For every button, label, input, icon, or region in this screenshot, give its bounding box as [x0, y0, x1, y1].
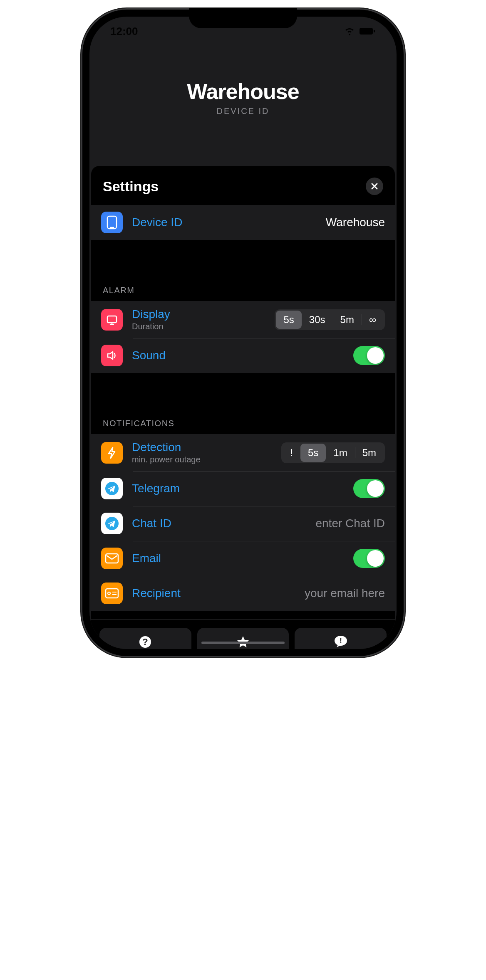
telegram-chat-icon — [101, 513, 123, 534]
telegram-label: Telegram — [132, 482, 344, 495]
segment-option[interactable]: 5m — [355, 444, 384, 462]
svg-rect-4 — [107, 316, 117, 323]
row-email: Email — [91, 541, 395, 576]
row-device-id[interactable]: Device ID Warehouse — [91, 205, 395, 240]
email-toggle[interactable] — [353, 549, 385, 568]
device-icon — [101, 212, 123, 233]
display-sub: Duration — [132, 322, 265, 331]
device-id-label: Device ID — [132, 216, 317, 229]
segment-option[interactable]: ∞ — [362, 311, 384, 329]
detection-sub: min. power outage — [132, 455, 272, 464]
panel-header: Settings — [91, 166, 395, 205]
section-alarm: Display Duration 5s30s5m∞ Sound — [91, 301, 395, 373]
display-label: Display — [132, 308, 265, 321]
detection-segmented[interactable]: !5s1m5m — [281, 442, 385, 463]
panel-title: Settings — [103, 178, 159, 195]
section-notifications: Detection min. power outage !5s1m5m Tele… — [91, 434, 395, 611]
recipient-icon — [101, 583, 123, 604]
wifi-icon — [344, 27, 355, 35]
envelope-icon — [101, 548, 123, 569]
bolt-icon — [101, 442, 123, 464]
chat-id-placeholder: enter Chat ID — [315, 517, 385, 530]
row-chat-id[interactable]: Chat ID enter Chat ID — [91, 506, 395, 541]
telegram-toggle[interactable] — [353, 479, 385, 498]
page-header: Warehouse DEVICE ID — [89, 42, 397, 166]
svg-point-11 — [108, 592, 110, 595]
detection-label: Detection — [132, 441, 272, 454]
email-label: Email — [132, 552, 344, 565]
speech-icon: ! — [299, 635, 382, 649]
sound-icon — [101, 345, 123, 366]
page-title: Warehouse — [89, 79, 397, 104]
recipient-placeholder: your email here — [305, 587, 385, 600]
svg-rect-1 — [374, 30, 375, 32]
segment-option[interactable]: 5s — [276, 311, 301, 329]
help-button[interactable]: ? Help & Privacy — [99, 628, 191, 649]
row-sound: Sound — [91, 338, 395, 373]
section-device: Device ID Warehouse — [91, 205, 395, 240]
phone-frame: 12:00 Warehouse DEVICE ID Settings — [81, 8, 405, 657]
svg-rect-0 — [360, 28, 373, 35]
segment-option[interactable]: 5s — [300, 444, 326, 462]
rate-button[interactable]: Rate — [197, 628, 289, 649]
page-subtitle: DEVICE ID — [89, 106, 397, 116]
display-duration-segmented[interactable]: 5s30s5m∞ — [275, 309, 385, 330]
segment-option[interactable]: 1m — [326, 444, 355, 462]
row-detection: Detection min. power outage !5s1m5m — [91, 434, 395, 471]
support-button[interactable]: ! Love & Support — [295, 628, 387, 649]
svg-rect-2 — [107, 216, 117, 229]
status-indicators — [344, 27, 376, 35]
row-recipient[interactable]: Recipient your email here — [91, 576, 395, 611]
row-telegram: Telegram — [91, 471, 395, 506]
notch — [189, 8, 297, 28]
status-time: 12:00 — [110, 25, 138, 38]
home-indicator[interactable] — [201, 642, 285, 644]
segment-option[interactable]: ! — [283, 444, 300, 462]
notifications-section-header: NOTIFICATIONS — [91, 398, 395, 434]
display-icon — [101, 309, 123, 331]
recipient-label: Recipient — [132, 587, 295, 600]
segment-option[interactable]: 30s — [302, 311, 333, 329]
close-button[interactable] — [366, 178, 383, 195]
device-id-value: Warehouse — [326, 216, 385, 229]
svg-text:!: ! — [340, 637, 342, 645]
svg-rect-9 — [106, 554, 118, 563]
chat-id-label: Chat ID — [132, 517, 306, 530]
telegram-icon — [101, 478, 123, 499]
footer-buttons: ? Help & Privacy Rate ! Love & Support — [91, 619, 395, 649]
segment-option[interactable]: 5m — [333, 311, 362, 329]
settings-panel: Settings Device ID Warehouse AL — [91, 166, 395, 649]
question-icon: ? — [104, 635, 187, 649]
sound-toggle[interactable] — [353, 346, 385, 365]
row-display: Display Duration 5s30s5m∞ — [91, 301, 395, 338]
battery-icon — [359, 27, 376, 35]
alarm-section-header: ALARM — [91, 265, 395, 301]
screen: 12:00 Warehouse DEVICE ID Settings — [89, 17, 397, 649]
sound-label: Sound — [132, 349, 344, 362]
svg-text:?: ? — [143, 637, 148, 647]
